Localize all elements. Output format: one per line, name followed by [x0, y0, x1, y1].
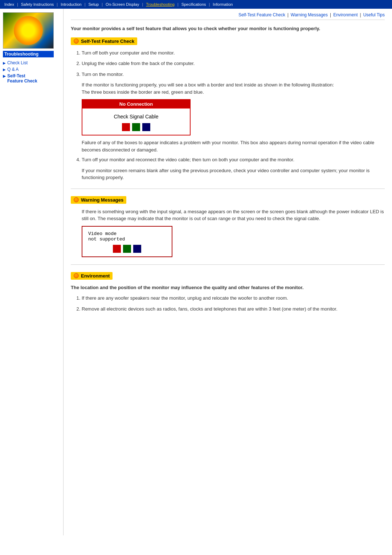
blue-square — [142, 123, 150, 131]
video-mode-text: Video mode not supported — [88, 231, 166, 242]
video-mode-line2: not supported — [88, 236, 125, 242]
red-square — [122, 123, 130, 131]
step-1: Turn off both your computer and the moni… — [82, 49, 385, 57]
note-before-box: If the monitor is functioning properly, … — [82, 81, 385, 96]
monitor-box-body: Check Signal Cable — [82, 109, 190, 135]
step-4: Turn off your monitor and reconnect the … — [82, 156, 385, 163]
arrow-icon: ▶ — [3, 68, 6, 72]
sub-navigation: Self-Test Feature Check | Warning Messag… — [71, 12, 385, 20]
self-test-section-header: Self-Test Feature Check — [71, 37, 137, 45]
subnav-warning[interactable]: Warning Messages — [291, 12, 328, 17]
warning-section-header: Warning Messages — [71, 196, 126, 204]
sidebar-item-qa[interactable]: ▶ Q & A — [3, 67, 60, 72]
arrow-icon: ▶ — [3, 61, 6, 65]
sidebar-item-checklist[interactable]: ▶ Check List — [3, 60, 60, 65]
subnav-useful-tips[interactable]: Useful Tips — [363, 12, 385, 17]
warning-header-circle-icon — [74, 197, 79, 202]
main-layout: Troubleshooting ▶ Check List ▶ Q & A ▶ S… — [0, 9, 392, 535]
environment-section-header: Environment — [71, 272, 113, 280]
steps-list: Turn off both your computer and the moni… — [71, 49, 385, 78]
nav-item-info[interactable]: Information — [210, 2, 236, 7]
top-navigation: Index | Safety Instructions | Introducti… — [0, 0, 392, 9]
warning-title: Warning Messages — [81, 197, 123, 203]
section-intro-text: Your monitor provides a self test featur… — [71, 25, 385, 32]
warning-box: Video mode not supported — [82, 226, 172, 257]
env-item-1: If there are any woofer speakers near th… — [82, 295, 385, 302]
section-divider-1 — [71, 189, 385, 189]
green-square — [132, 123, 140, 131]
sidebar-item-selftest[interactable]: ▶ Self-TestFeature Check — [3, 73, 60, 84]
flower-image — [14, 16, 43, 45]
environment-intro-text: The location and the position of the mon… — [71, 284, 385, 291]
warning-box-body: Video mode not supported — [82, 227, 172, 256]
sidebar-image — [3, 12, 54, 49]
nav-item-setup[interactable]: Setup — [85, 2, 102, 7]
step-2: Unplug the video cable from the back of … — [82, 60, 385, 67]
step-3: Turn on the monitor. — [82, 71, 385, 78]
warning-color-squares — [88, 245, 166, 253]
no-connection-title: No Connection — [82, 100, 190, 109]
nav-item-troubleshoot[interactable]: Troubleshooting — [143, 2, 177, 7]
nav-item-intro[interactable]: Introduction — [58, 2, 84, 7]
environment-title: Environment — [81, 273, 110, 279]
note-after-box: Failure of any of the boxes to appear in… — [82, 139, 385, 153]
video-mode-line1: Video mode — [88, 231, 117, 236]
section-header-circle-icon — [74, 39, 79, 44]
warning-blue-square — [133, 245, 141, 253]
note-step4: If your monitor screen remains blank aft… — [82, 167, 385, 181]
warning-green-square — [123, 245, 131, 253]
nav-item-index[interactable]: Index — [1, 2, 17, 7]
environment-header-circle-icon — [74, 273, 79, 278]
warning-description: If there is something wrong with the inp… — [82, 208, 385, 222]
sidebar-item-qa-label: Q & A — [7, 67, 19, 72]
sidebar-title: Troubleshooting — [3, 51, 54, 57]
arrow-icon: ▶ — [3, 74, 6, 78]
sidebar: Troubleshooting ▶ Check List ▶ Q & A ▶ S… — [0, 9, 64, 535]
warning-red-square — [113, 245, 121, 253]
content-area: Self-Test Feature Check | Warning Messag… — [64, 9, 392, 535]
nav-item-safety[interactable]: Safety Instructions — [18, 2, 57, 7]
no-connection-box: No Connection Check Signal Cable — [82, 99, 191, 135]
self-test-title: Self-Test Feature Check — [81, 39, 134, 44]
color-squares — [86, 123, 186, 131]
nav-item-specs[interactable]: Specifications — [179, 2, 209, 7]
section-divider-2 — [71, 264, 385, 265]
sidebar-item-checklist-label: Check List — [7, 60, 28, 65]
nav-item-osd[interactable]: On-Screen Display — [103, 2, 142, 7]
env-item-2: Remove all electronic devices such as ra… — [82, 305, 385, 313]
sidebar-item-selftest-label: Self-TestFeature Check — [7, 73, 37, 84]
subnav-selftest[interactable]: Self-Test Feature Check — [238, 12, 285, 17]
environment-list: If there are any woofer speakers near th… — [71, 295, 385, 312]
step4-list: Turn off your monitor and reconnect the … — [71, 156, 385, 163]
signal-cable-text: Check Signal Cable — [86, 114, 186, 119]
subnav-environment[interactable]: Environment — [333, 12, 358, 17]
